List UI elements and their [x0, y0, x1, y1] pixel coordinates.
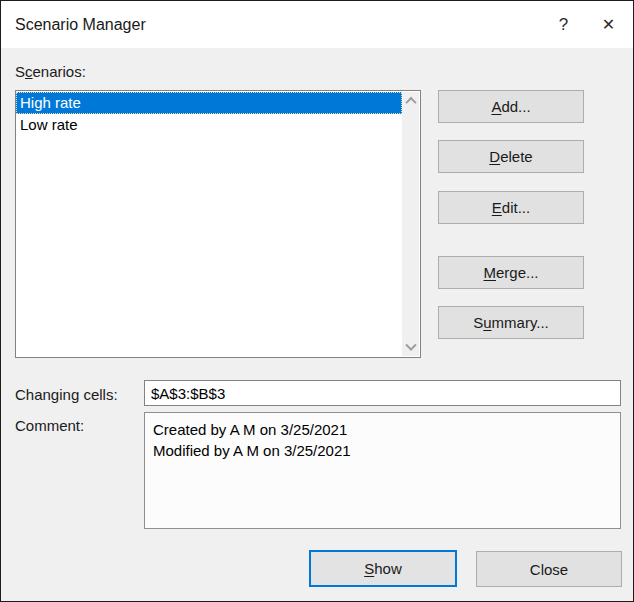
changing-cells-input[interactable]: [144, 380, 621, 406]
add-button[interactable]: Add...: [438, 90, 584, 123]
show-button[interactable]: Show: [309, 550, 457, 587]
titlebar-controls: ? ✕: [541, 1, 633, 48]
comment-line: Modified by A M on 3/25/2021: [153, 440, 612, 461]
scenarios-listbox[interactable]: High rate Low rate: [15, 90, 421, 358]
comment-line: Created by A M on 3/25/2021: [153, 419, 612, 440]
delete-button[interactable]: Delete: [438, 140, 584, 173]
scenarios-label: Scenarios:: [15, 63, 86, 80]
dialog-title: Scenario Manager: [15, 16, 146, 34]
titlebar: Scenario Manager ? ✕: [1, 1, 633, 48]
list-item-high-rate[interactable]: High rate: [16, 92, 402, 114]
scenario-manager-dialog: Scenario Manager ? ✕ Scenarios: High rat…: [0, 0, 634, 602]
comment-box[interactable]: Created by A M on 3/25/2021 Modified by …: [144, 412, 621, 529]
scenarios-list-items: High rate Low rate: [16, 92, 402, 356]
edit-button[interactable]: Edit...: [438, 191, 584, 224]
merge-button[interactable]: Merge...: [438, 256, 584, 289]
comment-label: Comment:: [15, 417, 84, 434]
scroll-down-icon[interactable]: [402, 339, 419, 356]
help-icon[interactable]: ?: [541, 1, 586, 48]
summary-button[interactable]: Summary...: [438, 306, 584, 339]
close-icon[interactable]: ✕: [586, 1, 631, 48]
list-item-low-rate[interactable]: Low rate: [16, 114, 402, 136]
scroll-up-icon[interactable]: [402, 92, 419, 109]
list-scrollbar[interactable]: [402, 92, 419, 356]
close-button[interactable]: Close: [476, 551, 622, 587]
changing-cells-label: Changing cells:: [15, 386, 118, 403]
